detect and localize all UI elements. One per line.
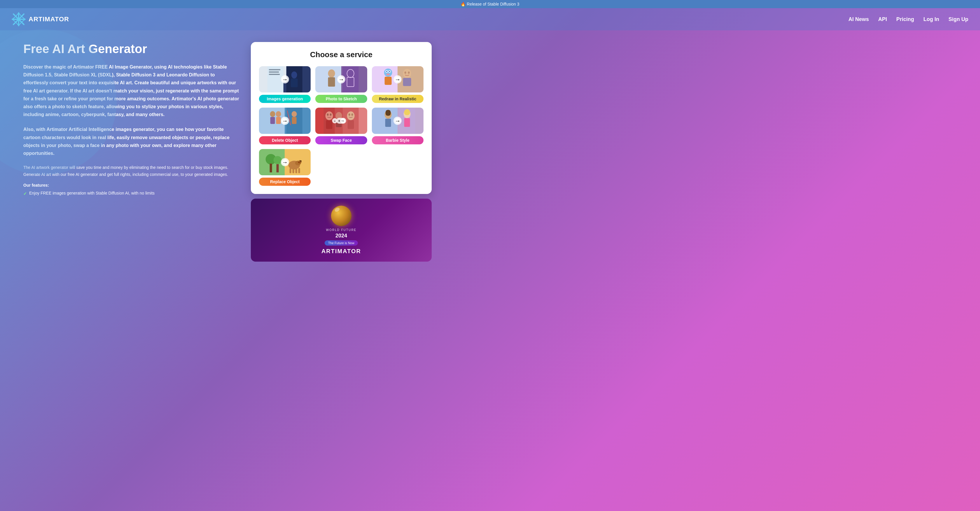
svg-text:→: →	[396, 78, 399, 82]
swap-face-service[interactable]: + → Swap Face	[315, 108, 367, 144]
svg-point-40	[408, 72, 409, 74]
promo-subtitle: WORLD FUTURE	[257, 228, 426, 232]
banner-icon: 🔥	[461, 2, 466, 6]
images-generation-thumbnail: →	[259, 66, 310, 92]
svg-text:→: →	[396, 119, 399, 123]
svg-rect-18	[291, 78, 298, 87]
svg-text:→: →	[283, 161, 287, 164]
swap-face-label: Swap Face	[315, 136, 367, 144]
pricing-link[interactable]: Pricing	[896, 16, 914, 22]
svg-rect-92	[293, 168, 294, 173]
svg-point-38	[403, 69, 411, 78]
barbie-style-thumbnail: →	[372, 108, 423, 134]
promo-sphere-icon	[331, 205, 352, 226]
api-link[interactable]: API	[878, 16, 887, 22]
svg-rect-67	[348, 120, 354, 129]
right-column: Choose a service	[251, 42, 432, 262]
svg-point-84	[274, 156, 282, 164]
swap-face-thumbnail: + →	[315, 108, 367, 134]
svg-rect-62	[336, 120, 342, 127]
barbie-style-label: Barbie Style	[372, 136, 423, 144]
logo-text: ARTIMATOR	[29, 16, 69, 23]
feature-item-1: ✓ Enjoy FREE images generation with Stab…	[23, 190, 239, 197]
svg-text:→: →	[283, 78, 287, 82]
svg-rect-44	[267, 108, 283, 134]
ai-news-link[interactable]: AI News	[848, 16, 869, 22]
replace-object-preview: →	[259, 149, 310, 175]
photo-to-sketch-service[interactable]: → Photo to Sketch	[315, 66, 367, 103]
replace-object-thumbnail: →	[259, 149, 310, 175]
page-title: Free AI Art Generator	[23, 42, 239, 56]
delete-object-service[interactable]: → Delete Object	[259, 108, 310, 144]
swap-face-preview: + →	[315, 108, 367, 134]
checkmark-icon: ✓	[23, 191, 27, 197]
signup-link[interactable]: Sign Up	[948, 16, 968, 22]
svg-point-31	[384, 68, 392, 77]
svg-rect-85	[277, 164, 279, 172]
delete-object-thumbnail: →	[259, 108, 310, 134]
redraw-realistic-preview: →	[372, 66, 423, 92]
svg-point-66	[352, 113, 353, 116]
svg-rect-15	[269, 72, 279, 73]
images-generation-service[interactable]: → Images generation	[259, 66, 310, 103]
promo-tag: The Future is Now	[325, 240, 358, 245]
replace-object-service[interactable]: → Replace Object	[259, 149, 310, 186]
svg-point-27	[338, 76, 344, 82]
nav-links: AI News API Pricing Log In Sign Up	[848, 16, 968, 22]
svg-point-50	[292, 111, 297, 117]
svg-rect-75	[385, 119, 391, 127]
svg-rect-91	[290, 168, 291, 173]
svg-point-70	[340, 118, 346, 123]
hero-description-1: Discover the magic of Artimator FREE AI …	[23, 63, 239, 118]
services-grid: → Images generation	[259, 66, 423, 186]
logo-icon	[12, 12, 25, 26]
svg-rect-93	[296, 168, 297, 173]
svg-point-34	[386, 71, 387, 72]
svg-rect-94	[298, 168, 300, 173]
feature-text-1: Enjoy FREE images generation with Stable…	[29, 190, 154, 196]
svg-point-56	[326, 111, 333, 120]
hero-description-2: Also, with Artimator Artificial Intellig…	[23, 126, 239, 157]
promo-year: 2024	[257, 233, 426, 239]
svg-rect-22	[343, 66, 359, 92]
promo-brand: ARTIMATOR	[257, 248, 426, 255]
promo-card: WORLD FUTURE 2024 The Future is Now ARTI…	[251, 199, 432, 262]
svg-point-17	[291, 72, 297, 78]
services-title: Choose a service	[259, 50, 423, 59]
main-content: Free AI Art Generator Discover the magic…	[0, 30, 490, 273]
svg-point-46	[270, 111, 275, 117]
svg-point-57	[327, 113, 329, 116]
top-banner: 🔥 Release of Stable Diffusion 3	[0, 0, 980, 8]
barbie-style-service[interactable]: → Barbie Style	[372, 108, 423, 144]
features-heading: Our features:	[23, 183, 239, 188]
navbar: ARTIMATOR AI News API Pricing Log In Sig…	[0, 8, 980, 30]
redraw-realistic-thumbnail: →	[372, 66, 423, 92]
images-generation-label: Images generation	[259, 95, 310, 103]
svg-point-36	[386, 73, 390, 75]
svg-rect-60	[335, 108, 343, 134]
svg-point-53	[282, 118, 288, 124]
svg-text:+: +	[334, 119, 336, 123]
svg-point-19	[282, 76, 288, 82]
svg-point-89	[301, 161, 302, 162]
redraw-realistic-label: Redraw in Realistic	[372, 95, 423, 103]
svg-rect-41	[403, 78, 411, 86]
delete-object-preview: →	[259, 108, 310, 134]
photo-to-sketch-label: Photo to Sketch	[315, 95, 367, 103]
svg-point-39	[404, 72, 406, 74]
services-card: Choose a service	[251, 42, 432, 194]
redraw-realistic-service[interactable]: → Redraw in Realistic	[372, 66, 423, 103]
svg-point-65	[348, 113, 350, 116]
svg-point-78	[395, 118, 401, 124]
svg-text:→: →	[283, 119, 287, 123]
svg-rect-59	[326, 120, 332, 129]
svg-point-48	[276, 111, 281, 117]
logo[interactable]: ARTIMATOR	[12, 12, 69, 26]
svg-point-95	[282, 159, 288, 165]
svg-point-90	[298, 162, 300, 163]
replace-object-label: Replace Object	[259, 178, 310, 186]
banner-text: Release of Stable Diffusion 3	[467, 2, 519, 6]
barbie-style-preview: →	[372, 108, 423, 134]
login-link[interactable]: Log In	[923, 16, 939, 22]
svg-point-58	[330, 113, 332, 116]
